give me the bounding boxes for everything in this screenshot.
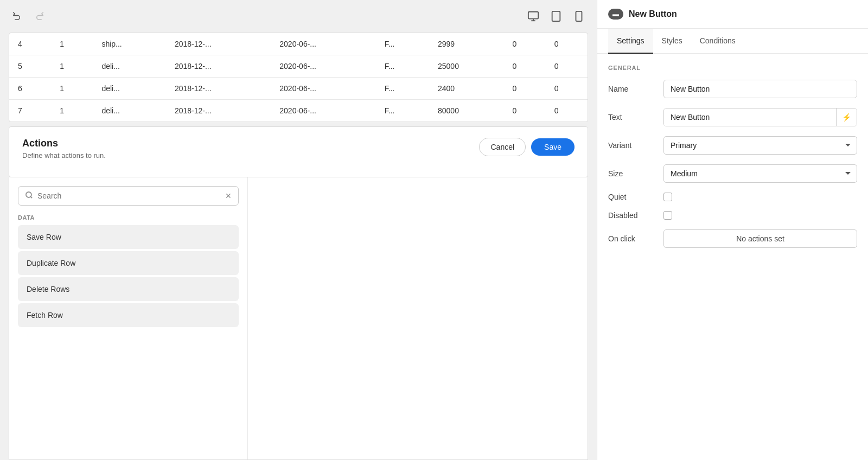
size-select[interactable]: Small Medium Large [663, 164, 857, 183]
tablet-view-button[interactable] [547, 7, 565, 25]
action-item-delete-rows[interactable]: Delete Rows [18, 277, 239, 301]
table-cell: 1 [51, 33, 93, 55]
table-cell: 2018-12-... [166, 33, 271, 55]
action-item-save-row[interactable]: Save Row [18, 225, 239, 249]
table-row: 4 1 ship... 2018-12-... 2020-06-... F...… [9, 33, 588, 55]
text-input[interactable] [664, 108, 836, 126]
no-actions-button[interactable]: No actions set [663, 229, 857, 248]
name-input[interactable] [663, 80, 857, 98]
device-switcher [524, 7, 588, 25]
table-cell: 0 [504, 78, 546, 100]
tab-conditions[interactable]: Conditions [691, 29, 744, 54]
action-item-duplicate-row[interactable]: Duplicate Row [18, 251, 239, 275]
table-cell: F... [376, 100, 429, 122]
svg-line-8 [30, 196, 32, 198]
data-table-container: 4 1 ship... 2018-12-... 2020-06-... F...… [9, 33, 588, 122]
sidebar-content: GENERAL Name Text ⚡ Variant Primary Seco… [597, 54, 868, 460]
actions-buttons: Cancel Save [479, 138, 575, 156]
table-cell: 2999 [429, 33, 504, 55]
size-label: Size [608, 169, 657, 178]
redo-button[interactable] [31, 8, 48, 24]
table-cell: 80000 [429, 100, 504, 122]
table-cell: 2018-12-... [166, 78, 271, 100]
lightning-icon-button[interactable]: ⚡ [836, 108, 857, 126]
sidebar-icon-pill: ▬ [608, 9, 623, 20]
table-cell: F... [376, 55, 429, 78]
table-cell: deli... [93, 78, 166, 100]
right-sidebar: ▬ New Button Settings Styles Conditions … [597, 0, 868, 460]
search-icon [25, 191, 33, 201]
table-row: 7 1 deli... 2018-12-... 2020-06-... F...… [9, 100, 588, 122]
disabled-field-row: Disabled [608, 211, 857, 220]
table-cell: 0 [546, 55, 588, 78]
name-field-row: Name [608, 80, 857, 98]
quiet-field-row: Quiet [608, 193, 857, 201]
sidebar-tabs: Settings Styles Conditions [597, 29, 868, 54]
tab-settings[interactable]: Settings [608, 29, 653, 54]
table-cell: 2020-06-... [271, 33, 375, 55]
table-cell: 2018-12-... [166, 100, 271, 122]
table-cell: F... [376, 78, 429, 100]
table-cell: 2020-06-... [271, 78, 375, 100]
disabled-label: Disabled [608, 211, 657, 220]
table-cell: 1 [51, 100, 93, 122]
table-row: 5 1 deli... 2018-12-... 2020-06-... F...… [9, 55, 588, 78]
text-field-row: Text ⚡ [608, 108, 857, 126]
table-row: 6 1 deli... 2018-12-... 2020-06-... F...… [9, 78, 588, 100]
button-icon: ▬ [612, 10, 619, 18]
variant-field-row: Variant Primary Secondary Danger [608, 136, 857, 155]
table-cell: 0 [504, 100, 546, 122]
data-section-label: DATA [18, 214, 239, 221]
action-item-fetch-row[interactable]: Fetch Row [18, 303, 239, 327]
mobile-view-button[interactable] [570, 7, 588, 25]
sidebar-header: ▬ New Button [597, 0, 868, 29]
svg-rect-0 [528, 12, 538, 19]
table-cell: 2020-06-... [271, 55, 375, 78]
size-field-row: Size Small Medium Large [608, 164, 857, 183]
search-clear-icon[interactable]: ✕ [225, 192, 232, 200]
name-label: Name [608, 85, 657, 93]
save-button[interactable]: Save [531, 138, 575, 156]
table-cell: 25000 [429, 55, 504, 78]
table-cell: deli... [93, 100, 166, 122]
actions-title-group: Actions Define what actions to run. [22, 138, 106, 159]
quiet-label: Quiet [608, 193, 657, 201]
actions-header: Actions Define what actions to run. Canc… [22, 138, 575, 159]
table-cell: 0 [546, 33, 588, 55]
actions-subtitle: Define what actions to run. [22, 151, 106, 159]
table-cell: 6 [9, 78, 51, 100]
table-cell: 0 [546, 78, 588, 100]
table-cell: 1 [51, 55, 93, 78]
left-panel: ✕ DATA Save Row Duplicate Row Delete Row… [9, 177, 248, 459]
disabled-checkbox[interactable] [663, 211, 672, 220]
table-cell: 4 [9, 33, 51, 55]
action-list: Save Row Duplicate Row Delete Rows Fetch… [18, 225, 239, 327]
right-panel [248, 177, 588, 459]
svg-rect-5 [576, 11, 582, 21]
table-cell: F... [376, 33, 429, 55]
general-section-heading: GENERAL [608, 65, 857, 71]
table-cell: deli... [93, 55, 166, 78]
table-cell: 0 [546, 100, 588, 122]
table-cell: 1 [51, 78, 93, 100]
search-input[interactable] [37, 191, 221, 200]
undo-button[interactable] [9, 8, 25, 24]
table-cell: 0 [504, 55, 546, 78]
tab-styles[interactable]: Styles [653, 29, 691, 54]
table-cell: 2400 [429, 78, 504, 100]
table-cell: ship... [93, 33, 166, 55]
search-box: ✕ [18, 186, 239, 206]
text-label: Text [608, 113, 657, 122]
quiet-checkbox[interactable] [663, 193, 672, 201]
data-table: 4 1 ship... 2018-12-... 2020-06-... F...… [9, 33, 588, 122]
top-toolbar [0, 0, 597, 33]
cancel-button[interactable]: Cancel [479, 138, 526, 156]
desktop-view-button[interactable] [524, 7, 542, 25]
svg-rect-3 [552, 11, 560, 21]
variant-select[interactable]: Primary Secondary Danger [663, 136, 857, 155]
table-cell: 7 [9, 100, 51, 122]
table-cell: 2018-12-... [166, 55, 271, 78]
table-cell: 0 [504, 33, 546, 55]
bottom-area: ✕ DATA Save Row Duplicate Row Delete Row… [9, 177, 588, 460]
text-input-container: ⚡ [663, 108, 857, 126]
